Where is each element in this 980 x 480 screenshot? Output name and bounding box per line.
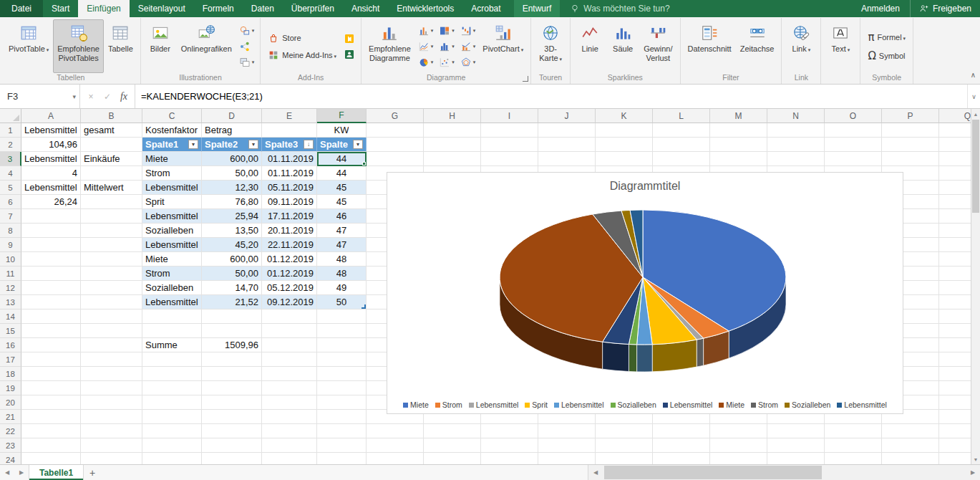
cell-f18[interactable] — [317, 367, 367, 381]
cell-l22[interactable] — [653, 424, 710, 438]
sheet-nav-next-icon[interactable]: ▶ — [14, 465, 29, 480]
name-box-dropdown-icon[interactable]: ▾ — [72, 93, 76, 100]
cell-b3[interactable]: Einkäufe — [81, 152, 142, 166]
cell-b19[interactable] — [81, 381, 142, 395]
row-header-11[interactable]: 11 — [0, 267, 21, 281]
cell-k1[interactable] — [596, 123, 653, 138]
cell-q20[interactable] — [939, 395, 971, 410]
cell-o24[interactable] — [825, 453, 882, 464]
cell-e11[interactable]: 01.12.2019 — [262, 267, 317, 281]
cell-p24[interactable] — [882, 453, 939, 464]
row-header-10[interactable]: 10 — [0, 252, 21, 267]
scroll-up-icon[interactable]: ▲ — [971, 109, 980, 119]
cell-d6[interactable]: 76,80 — [202, 195, 262, 209]
column-header-l[interactable]: L — [653, 109, 710, 123]
insert-function-button[interactable]: fx — [117, 91, 131, 102]
cell-f8[interactable]: 47 — [317, 224, 367, 238]
name-box[interactable]: F3 ▾ — [0, 85, 80, 108]
formula-bar-expand-icon[interactable]: ∨ — [967, 85, 980, 108]
cell-d1[interactable]: Betrag — [202, 123, 262, 138]
column-header-f[interactable]: F — [317, 109, 367, 123]
cell-a24[interactable] — [21, 453, 81, 464]
cell-e17[interactable] — [262, 352, 317, 367]
cell-m2[interactable] — [710, 138, 767, 152]
cell-d24[interactable] — [202, 453, 262, 464]
cell-d22[interactable] — [202, 424, 262, 438]
cell-k22[interactable] — [596, 424, 653, 438]
cell-p2[interactable] — [882, 138, 939, 152]
cell-a9[interactable] — [21, 238, 81, 252]
cell-q6[interactable] — [939, 195, 971, 209]
3d-karte-button[interactable]: 3D- Karte ▾ — [534, 19, 567, 73]
cell-o1[interactable] — [825, 123, 882, 138]
row-header-1[interactable]: 1 — [0, 123, 21, 138]
cell-d4[interactable]: 50,00 — [202, 166, 262, 181]
cell-c7[interactable]: Lebensmittel — [142, 209, 202, 224]
cell-b1[interactable]: gesamt — [81, 123, 142, 138]
vertical-scrollbar[interactable]: ▲ ▼ — [971, 109, 980, 464]
tab-formeln[interactable]: Formeln — [194, 0, 243, 17]
cell-b18[interactable] — [81, 367, 142, 381]
column-header-j[interactable]: J — [538, 109, 596, 123]
cell-p1[interactable] — [882, 123, 939, 138]
cell-q3[interactable] — [939, 152, 971, 166]
cell-e20[interactable] — [262, 395, 317, 410]
cell-k2[interactable] — [596, 138, 653, 152]
cell-q16[interactable] — [939, 338, 971, 352]
cell-q24[interactable] — [939, 453, 971, 464]
cell-c2[interactable]: Spalte1▾ — [142, 138, 202, 152]
people-graph-button[interactable] — [341, 47, 358, 62]
row-header-24[interactable]: 24 — [0, 453, 21, 464]
cell-b15[interactable] — [81, 324, 142, 338]
column-header-n[interactable]: N — [767, 109, 825, 123]
pie-chart[interactable]: Diagrammtitel MieteStromLebensmittelSpri… — [387, 172, 903, 414]
tab-entwicklertools[interactable]: Entwicklertools — [388, 0, 462, 17]
cell-c1[interactable]: Kostenfaktor — [142, 123, 202, 138]
cell-m23[interactable] — [710, 438, 767, 453]
cell-f6[interactable]: 45 — [317, 195, 367, 209]
cell-i3[interactable] — [481, 152, 538, 166]
cell-f10[interactable]: 48 — [317, 252, 367, 267]
cell-g1[interactable] — [367, 123, 424, 138]
new-sheet-button[interactable]: + — [84, 465, 101, 480]
cell-h23[interactable] — [424, 438, 481, 453]
cell-a17[interactable] — [21, 352, 81, 367]
vscroll-thumb[interactable] — [972, 120, 979, 213]
cell-q2[interactable] — [939, 138, 971, 152]
sheet-tab-tabelle1[interactable]: Tabelle1 — [29, 465, 84, 480]
cell-a8[interactable] — [21, 224, 81, 238]
cell-b7[interactable] — [81, 209, 142, 224]
cell-a3[interactable]: Lebensmittel — [21, 152, 81, 166]
cell-o2[interactable] — [825, 138, 882, 152]
cell-a2[interactable]: 104,96 — [21, 138, 81, 152]
cell-a7[interactable] — [21, 209, 81, 224]
chart-scatter-button[interactable]: ▾ — [436, 55, 457, 69]
cell-n24[interactable] — [767, 453, 825, 464]
cell-b20[interactable] — [81, 395, 142, 410]
cell-k23[interactable] — [596, 438, 653, 453]
cell-n2[interactable] — [767, 138, 825, 152]
cell-f12[interactable]: 49 — [317, 281, 367, 295]
cell-c20[interactable] — [142, 395, 202, 410]
cell-c23[interactable] — [142, 438, 202, 453]
cell-e22[interactable] — [262, 424, 317, 438]
cell-b10[interactable] — [81, 252, 142, 267]
collapse-ribbon-icon[interactable]: ∧ — [971, 71, 976, 79]
cell-m3[interactable] — [710, 152, 767, 166]
cell-c12[interactable]: Sozialleben — [142, 281, 202, 295]
cell-m1[interactable] — [710, 123, 767, 138]
chart-waterfall-button[interactable]: ▾ — [457, 24, 479, 38]
row-header-17[interactable]: 17 — [0, 352, 21, 367]
cell-a11[interactable] — [21, 267, 81, 281]
row-header-16[interactable]: 16 — [0, 338, 21, 352]
cell-b16[interactable] — [81, 338, 142, 352]
legend-item-lebensmittel[interactable]: Lebensmittel — [469, 400, 519, 409]
legend-item-sprit[interactable]: Sprit — [525, 400, 548, 409]
cell-c6[interactable]: Sprit — [142, 195, 202, 209]
säule-button[interactable]: Säule — [606, 19, 639, 73]
hscroll-right-icon[interactable]: ▶ — [966, 465, 980, 480]
formula-input[interactable]: =KALENDERWOCHE(E3;21) — [135, 85, 967, 108]
cell-g23[interactable] — [367, 438, 424, 453]
onlinegrafiken-button[interactable]: Onlinegrafiken — [177, 19, 236, 73]
cell-f22[interactable] — [317, 424, 367, 438]
